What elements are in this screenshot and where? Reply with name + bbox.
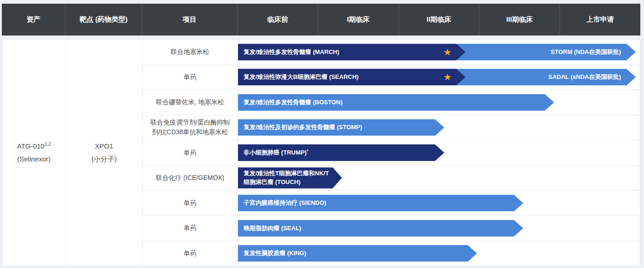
indication-bar: 复发/难治性多发性骨髓瘤 (MARCH)★ <box>238 44 465 60</box>
project-cell: 单药 <box>143 216 238 241</box>
indication-bar: 复发/难治性及初诊的多发性骨髓瘤 (STOMP) <box>238 119 444 136</box>
header-col-target: 靶点 (药物类型) <box>66 4 142 36</box>
star-icon: ★ <box>443 47 452 56</box>
target-cell: XPO1 (小分子) <box>66 40 143 266</box>
pipeline-row: 单药 子宫内膜癌维持治疗 (SIENDO) <box>143 191 640 216</box>
project-cell: 联合化疗 (ICE/GEMOX) <box>143 166 238 191</box>
indication-bar-label: 复发/难治性多发性骨髓瘤 (BOSTON) <box>238 98 354 107</box>
project-cell: 联合地塞米松 <box>143 40 238 65</box>
pipeline-row: 单药 SADAL (sNDA在美国获批)复发/难治性弥漫大B细胞淋巴瘤 (SEA… <box>143 65 640 90</box>
header-col-phase1: I期临床 <box>318 4 399 36</box>
indication-bar: 晚期脂肪肉瘤 (SEAL) <box>238 220 523 237</box>
star-icon: ★ <box>443 72 452 82</box>
stage-track: 晚期脂肪肉瘤 (SEAL) <box>238 216 640 241</box>
stage-track: SADAL (sNDA在美国获批)复发/难治性弥漫大B细胞淋巴瘤 (SEARCH… <box>238 65 640 90</box>
project-label: 单药 <box>184 72 197 82</box>
pipeline-rows: 联合地塞米松 STORM (NDA在美国获批)复发/难治性多发性骨髓瘤 (MAR… <box>143 40 640 266</box>
header-col-preclinical: 临床前 <box>238 4 318 36</box>
asset-subtitle: (Selinexor) <box>17 153 51 166</box>
indication-bar: 子宫内膜癌维持治疗 (SIENDO) <box>238 195 523 211</box>
indication-bar-label: 子宫内膜癌维持治疗 (SIENDO) <box>238 199 338 207</box>
project-label: 联合地塞米松 <box>171 47 209 57</box>
header-col-asset: 资产 <box>2 4 66 36</box>
stage-track: 复发/难治性及初诊的多发性骨髓瘤 (STOMP) <box>238 115 640 140</box>
stage-track: 复发/难治性T细胞淋巴瘤和NK/T细胞淋巴瘤 (TOUCH) <box>238 166 640 191</box>
header-col-nda: 上市申请 <box>560 4 640 36</box>
project-label: 单药 <box>184 148 197 158</box>
table-header: 资产 靶点 (药物类型) 项目 临床前 I期临床 II期临床 III期临床 上市… <box>2 4 640 36</box>
pipeline-table: 资产 靶点 (药物类型) 项目 临床前 I期临床 II期临床 III期临床 上市… <box>2 4 640 266</box>
pipeline-row: 单药 复发性脑胶质瘤 (KING) <box>143 241 640 266</box>
stage-track: STORM (NDA在美国获批)复发/难治性多发性骨髓瘤 (MARCH)★ <box>238 40 640 65</box>
asset-superscript: 1,2 <box>44 142 51 147</box>
header-col-phase3: III期临床 <box>479 4 560 36</box>
asset-cell: ATG-0101,2 (Selinexor) <box>2 40 66 266</box>
extension-bar-label: SADAL (sNDA在美国获批) <box>549 73 636 81</box>
footnote-asterisk: * <box>307 149 309 153</box>
indication-bar: 复发/难治性弥漫大B细胞淋巴瘤 (SEARCH)★ <box>238 69 465 85</box>
pipeline-row: 联合免疫调节剂/蛋白酶抑制剂/抗CD38单抗和地塞米松 复发/难治性及初诊的多发… <box>143 115 640 141</box>
indication-bar-label: 复发/难治性弥漫大B细胞淋巴瘤 (SEARCH) <box>238 73 370 81</box>
project-label: 单药 <box>184 249 197 258</box>
project-label: 联合硼替佐米, 地塞米松 <box>156 97 224 107</box>
pipeline-row: 单药 非小细胞肺癌 (TRUMP)* <box>143 140 640 166</box>
indication-bar-label: 晚期脂肪肉瘤 (SEAL) <box>238 224 313 232</box>
stage-track: 复发/难治性多发性骨髓瘤 (BOSTON) <box>238 90 640 115</box>
stage-track: 非小细胞肺癌 (TRUMP)* <box>238 140 640 165</box>
stage-track: 复发性脑胶质瘤 (KING) <box>238 241 640 266</box>
pipeline-row: 联合地塞米松 STORM (NDA在美国获批)复发/难治性多发性骨髓瘤 (MAR… <box>143 40 640 65</box>
indication-bar: 非小细胞肺癌 (TRUMP)* <box>238 144 444 161</box>
project-label: 单药 <box>184 198 197 208</box>
project-cell: 单药 <box>143 65 238 90</box>
project-label: 单药 <box>184 223 197 233</box>
project-cell: 单药 <box>143 191 238 215</box>
project-cell: 联合硼替佐米, 地塞米松 <box>143 90 238 115</box>
indication-bar-label: 复发性脑胶质瘤 (KING) <box>238 249 318 257</box>
indication-bar: 复发/难治性多发性骨髓瘤 (BOSTON) <box>238 94 554 111</box>
project-cell: 单药 <box>143 140 238 165</box>
header-col-project: 项目 <box>142 4 238 36</box>
table-body: ATG-0101,2 (Selinexor) XPO1 (小分子) 联合地塞米松… <box>2 39 640 266</box>
header-col-phase2: II期临床 <box>399 4 480 36</box>
project-cell: 联合免疫调节剂/蛋白酶抑制剂/抗CD38单抗和地塞米松 <box>143 115 238 140</box>
project-cell: 单药 <box>143 241 238 266</box>
indication-bar: 复发/难治性T细胞淋巴瘤和NK/T细胞淋巴瘤 (TOUCH) <box>238 167 342 189</box>
project-label: 联合免疫调节剂/蛋白酶抑制剂/抗CD38单抗和地塞米松 <box>148 118 232 137</box>
pipeline-row: 联合化疗 (ICE/GEMOX) 复发/难治性T细胞淋巴瘤和NK/T细胞淋巴瘤 … <box>143 166 640 191</box>
asset-name: ATG-0101,2 <box>17 140 51 153</box>
indication-bar-label: 复发/难治性T细胞淋巴瘤和NK/T细胞淋巴瘤 (TOUCH) <box>238 169 342 186</box>
pipeline-row: 联合硼替佐米, 地塞米松 复发/难治性多发性骨髓瘤 (BOSTON) <box>143 90 640 115</box>
target-name: XPO1 <box>95 140 113 153</box>
project-label: 联合化疗 (ICE/GEMOX) <box>156 173 225 183</box>
pipeline-row: 单药 晚期脂肪肉瘤 (SEAL) <box>143 216 640 241</box>
target-type: (小分子) <box>91 153 117 166</box>
indication-bar-label: 非小细胞肺癌 (TRUMP)* <box>238 148 320 157</box>
indication-bar-label: 复发/难治性及初诊的多发性骨髓瘤 (STOMP) <box>238 123 374 131</box>
stage-track: 子宫内膜癌维持治疗 (SIENDO) <box>238 191 640 215</box>
extension-bar-label: STORM (NDA在美国获批) <box>551 48 636 56</box>
indication-bar-label: 复发/难治性多发性骨髓瘤 (MARCH) <box>238 48 351 56</box>
indication-bar: 复发性脑胶质瘤 (KING) <box>238 245 477 262</box>
